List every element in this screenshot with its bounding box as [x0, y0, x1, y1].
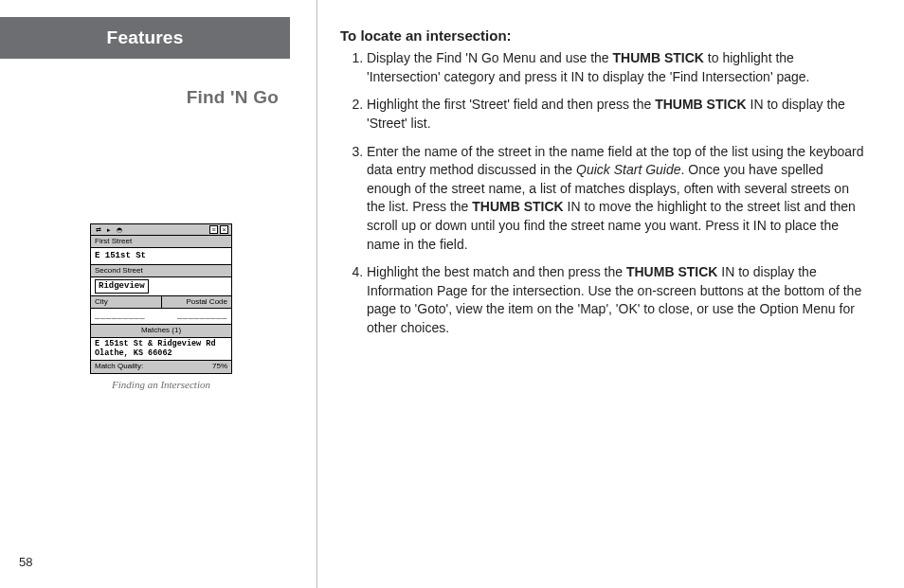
match-result: E 151st St & Ridgeview Rd Olathe, KS 660…: [91, 338, 231, 361]
label-matches: Matches (1): [91, 325, 231, 338]
route-icon: ⇄: [94, 225, 102, 234]
globe-icon: ◓: [115, 225, 123, 234]
field-first-street: E 151st St: [91, 248, 231, 264]
thumb-stick-term: THUMB STICK: [612, 50, 703, 65]
label-city: City: [91, 296, 162, 309]
instruction-step-1: Display the Find 'N Go Menu and use the …: [367, 49, 866, 86]
thumb-stick-term: THUMB STICK: [655, 97, 746, 112]
device-caption: Finding an Intersection: [90, 378, 232, 392]
label-first-street: First Street: [91, 236, 231, 249]
instruction-step-3: Enter the name of the street in the name…: [367, 143, 866, 255]
device-titlebar: ⇄ ▸ ◓ ≡ ×: [91, 224, 231, 236]
thumb-stick-term: THUMB STICK: [472, 199, 563, 214]
quick-start-guide-ref: Quick Start Guide: [576, 162, 681, 177]
field-second-street: Ridgeview: [91, 277, 231, 295]
label-postal-code: Postal Code: [162, 296, 232, 309]
section-tab-features: Features: [0, 17, 290, 59]
thumb-stick-term: THUMB STICK: [626, 264, 717, 279]
instruction-step-2: Highlight the first 'Street' field and t…: [367, 96, 866, 133]
device-screenshot: ⇄ ▸ ◓ ≡ × First Street E 151st St Second…: [90, 223, 232, 392]
section-title: Find 'N Go: [0, 85, 279, 110]
menu-icon: ≡: [209, 225, 218, 234]
instruction-step-4: Highlight the best match and then press …: [367, 263, 866, 337]
page-number: 58: [19, 554, 32, 571]
instructions-list: Display the Find 'N Go Menu and use the …: [340, 49, 866, 337]
field-city-postal-empty: _________ _________: [91, 309, 231, 325]
match-quality: Match Quality: 75%: [91, 361, 231, 373]
flag-icon: ▸: [104, 225, 113, 234]
close-icon: ×: [220, 225, 228, 234]
instructions-title: To locate an intersection:: [340, 27, 866, 45]
label-second-street: Second Street: [91, 265, 231, 278]
